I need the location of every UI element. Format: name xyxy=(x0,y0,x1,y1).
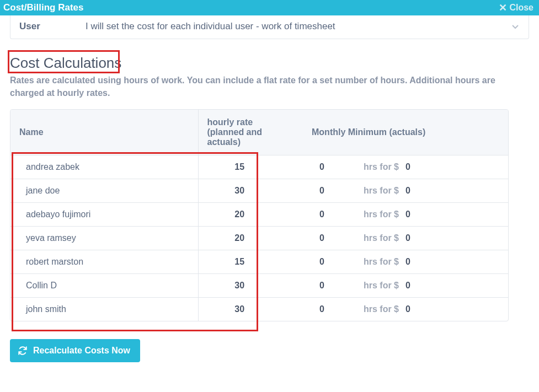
cell-monthly-min: 0hrs for $0 xyxy=(303,203,508,227)
min-label: hrs for $ xyxy=(364,304,399,314)
min-amt-value[interactable]: 0 xyxy=(405,281,410,291)
table-row: jane doe300hrs for $0 xyxy=(10,179,508,203)
min-label: hrs for $ xyxy=(364,186,399,196)
close-icon: ✕ xyxy=(499,3,507,13)
cell-name: adebayo fujimori xyxy=(10,203,198,227)
cell-rate[interactable]: 20 xyxy=(198,203,281,227)
recalculate-label: Recalculate Costs Now xyxy=(33,346,130,356)
close-button[interactable]: ✕ Close xyxy=(499,3,533,13)
refresh-icon xyxy=(18,346,28,356)
table-row: andrea zabek150hrs for $0 xyxy=(10,155,508,179)
cell-spacer xyxy=(281,179,303,203)
min-amt-value[interactable]: 0 xyxy=(405,162,410,172)
section-title: Cost Calculations xyxy=(10,55,529,72)
table-row: yeva ramsey200hrs for $0 xyxy=(10,227,508,250)
min-hrs-value[interactable]: 0 xyxy=(319,186,364,196)
cell-monthly-min: 0hrs for $0 xyxy=(303,155,508,179)
cell-rate[interactable]: 30 xyxy=(198,274,281,298)
cell-spacer xyxy=(281,203,303,227)
cell-name: john smith xyxy=(10,298,198,321)
cell-name: andrea zabek xyxy=(10,155,198,179)
min-amt-value[interactable]: 0 xyxy=(405,304,410,314)
min-amt-value[interactable]: 0 xyxy=(405,233,410,243)
cell-name: yeva ramsey xyxy=(10,227,198,250)
min-hrs-value[interactable]: 0 xyxy=(319,162,364,172)
cell-monthly-min: 0hrs for $0 xyxy=(303,227,508,250)
min-hrs-value[interactable]: 0 xyxy=(319,304,364,314)
cell-rate[interactable]: 30 xyxy=(198,298,281,321)
cell-name: jane doe xyxy=(10,179,198,203)
min-hrs-value[interactable]: 0 xyxy=(319,210,364,219)
chevron-down-icon xyxy=(511,22,520,31)
col-monthly-min: Monthly Minimum (actuals) xyxy=(303,110,508,155)
cell-monthly-min: 0hrs for $0 xyxy=(303,298,508,321)
cell-monthly-min: 0hrs for $0 xyxy=(303,274,508,298)
min-amt-value[interactable]: 0 xyxy=(405,186,410,196)
min-hrs-value[interactable]: 0 xyxy=(319,233,364,243)
table-row: adebayo fujimori200hrs for $0 xyxy=(10,203,508,227)
cell-spacer xyxy=(281,274,303,298)
recalculate-button[interactable]: Recalculate Costs Now xyxy=(10,339,140,362)
cell-spacer xyxy=(281,298,303,321)
min-hrs-value[interactable]: 0 xyxy=(319,281,364,291)
cell-monthly-min: 0hrs for $0 xyxy=(303,179,508,203)
min-amt-value[interactable]: 0 xyxy=(405,257,410,267)
col-name: Name xyxy=(10,110,198,155)
col-spacer xyxy=(281,110,303,155)
cell-rate[interactable]: 15 xyxy=(198,155,281,179)
section-desc: Rates are calculated using hours of work… xyxy=(10,74,529,99)
cell-spacer xyxy=(281,250,303,274)
cell-rate[interactable]: 15 xyxy=(198,250,281,274)
table-header-row: Name hourly rate (planned and actuals) M… xyxy=(10,110,508,155)
table-row: john smith300hrs for $0 xyxy=(10,298,508,321)
min-label: hrs for $ xyxy=(364,210,399,219)
cell-rate[interactable]: 30 xyxy=(198,179,281,203)
table-row: Collin D300hrs for $0 xyxy=(10,274,508,298)
table-row: robert marston150hrs for $0 xyxy=(10,250,508,274)
close-label: Close xyxy=(509,3,533,13)
cell-monthly-min: 0hrs for $0 xyxy=(303,250,508,274)
modal-title: Cost/Billing Rates xyxy=(3,2,83,13)
min-label: hrs for $ xyxy=(364,162,399,172)
cell-rate[interactable]: 20 xyxy=(198,227,281,250)
cell-name: Collin D xyxy=(10,274,198,298)
cell-name: robert marston xyxy=(10,250,198,274)
rates-table: Name hourly rate (planned and actuals) M… xyxy=(10,109,509,321)
dropdown-value: I will set the cost for each individual … xyxy=(86,21,511,32)
cell-spacer xyxy=(281,227,303,250)
modal-body: User I will set the cost for each indivi… xyxy=(0,15,539,372)
cell-spacer xyxy=(281,155,303,179)
modal-header: Cost/Billing Rates ✕ Close xyxy=(0,0,539,15)
dropdown-label: User xyxy=(19,21,86,32)
user-dropdown[interactable]: User I will set the cost for each indivi… xyxy=(10,15,529,39)
min-label: hrs for $ xyxy=(364,281,399,291)
min-hrs-value[interactable]: 0 xyxy=(319,257,364,267)
col-rate: hourly rate (planned and actuals) xyxy=(198,110,281,155)
min-amt-value[interactable]: 0 xyxy=(405,210,410,219)
min-label: hrs for $ xyxy=(364,233,399,243)
min-label: hrs for $ xyxy=(364,257,399,267)
